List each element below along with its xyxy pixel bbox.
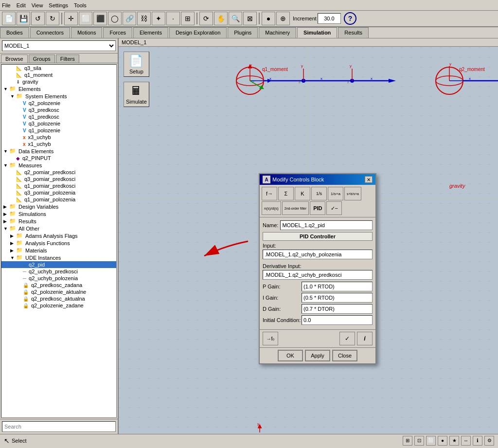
- tree-item-measures[interactable]: ▼📁Measures: [1, 161, 116, 169]
- toolbar-fit[interactable]: ⊠: [243, 12, 257, 25]
- tree-item-q2_pinput[interactable]: ◆q2_PINPUT: [1, 155, 116, 161]
- tree-item-data-elements[interactable]: ▼📁Data Elements: [1, 147, 116, 155]
- tree-item-x1_uchyb[interactable]: xx1_uchyb: [1, 141, 116, 147]
- canvas-area[interactable]: MODEL_1: [119, 38, 498, 434]
- tab-simulation[interactable]: Simulation: [297, 27, 337, 38]
- browse-tab-browse[interactable]: Browse: [1, 54, 28, 63]
- tab-motions[interactable]: Motions: [71, 27, 103, 38]
- tree-item-q3_sila[interactable]: 📐q3_sila: [1, 65, 116, 72]
- toolbar-save[interactable]: 💾: [17, 12, 30, 25]
- toolbar-box[interactable]: ⬜: [79, 12, 92, 25]
- tree-item-gravity[interactable]: ⬇gravity: [1, 78, 116, 85]
- dialog-ok-button[interactable]: OK: [278, 350, 303, 361]
- toolbar-marker[interactable]: ✦: [152, 12, 165, 25]
- tree-item-adams-analysis-flags[interactable]: ▶📁Adams Analysis Flags: [1, 232, 116, 239]
- i-gain-input[interactable]: [302, 293, 373, 303]
- action-btn-ok-small[interactable]: ✓: [339, 332, 355, 345]
- status-icon-1[interactable]: ⊞: [403, 436, 412, 446]
- tree-item-q2_predkosc_aktualna[interactable]: 🔒q2_predkosc_aktualna: [1, 295, 116, 302]
- toolbar-link[interactable]: 🔗: [123, 12, 136, 25]
- tree-item-simulations[interactable]: ▶📁Simulations: [1, 210, 116, 217]
- menu-file[interactable]: File: [2, 2, 11, 8]
- setup-button[interactable]: 📄 Setup: [124, 52, 149, 77]
- dlg-btn-2nd-order[interactable]: 2nd-order filter: [282, 201, 309, 215]
- tree-item-q2_pid[interactable]: ─q2_pid: [1, 261, 116, 268]
- dlg-btn-transfer[interactable]: n(s)/d(s): [262, 201, 281, 215]
- tab-machinery[interactable]: Machinery: [259, 27, 296, 38]
- tree-item-q1_pomiar_predkosci[interactable]: 📐q1_pomiar_predkosci: [1, 182, 116, 189]
- tree-item-analysis-functions[interactable]: ▶📁Analysis Functions: [1, 239, 116, 247]
- action-btn-info[interactable]: i: [357, 332, 373, 345]
- tree-item-q3_predkosc[interactable]: Vq3_predkosc: [1, 107, 116, 113]
- simulate-button[interactable]: 🖩 Simulate: [124, 82, 149, 107]
- tab-plugins[interactable]: Plugins: [228, 27, 258, 38]
- toolbar-dynamics[interactable]: ●: [262, 12, 275, 25]
- dlg-btn-comparator[interactable]: ✓−: [326, 201, 342, 215]
- dlg-btn-sum[interactable]: Σ: [278, 187, 294, 200]
- dlg-btn-lead-lag[interactable]: s+b/s+a: [344, 187, 361, 200]
- toolbar-grid[interactable]: ⊞: [181, 12, 195, 25]
- dlg-btn-lag[interactable]: 1/s+a: [328, 187, 343, 200]
- toolbar-select[interactable]: ✛: [64, 12, 78, 25]
- derivative-input[interactable]: [263, 270, 373, 280]
- tab-elements[interactable]: Elements: [133, 27, 168, 38]
- dialog-close-button[interactable]: Close: [332, 350, 357, 361]
- menu-tools[interactable]: Tools: [74, 2, 87, 8]
- dlg-btn-integrator[interactable]: 1/s: [311, 187, 327, 200]
- tree-item-q3_pomiar_predkosci[interactable]: 📐q3_pomiar_predkosci: [1, 176, 116, 182]
- tree-item-elements[interactable]: ▼📁Elements: [1, 85, 116, 92]
- dlg-btn-gain[interactable]: K: [295, 187, 310, 200]
- dialog-close-button[interactable]: ✕: [365, 176, 373, 183]
- toolbar-point[interactable]: ·: [166, 12, 180, 25]
- toolbar-pan[interactable]: ✋: [214, 12, 228, 25]
- increment-input[interactable]: [318, 13, 341, 24]
- tab-bodies[interactable]: Bodies: [0, 27, 29, 38]
- tree-item-q2_uchyb_predkosci[interactable]: ─q2_uchyb_predkosci: [1, 268, 116, 275]
- tree-item-ude-instances[interactable]: ▼📁UDE Instances: [1, 254, 116, 261]
- toolbar-sphere[interactable]: ◯: [108, 12, 122, 25]
- browse-tab-filters[interactable]: Filters: [56, 54, 79, 63]
- tree-item-q1_predkosc[interactable]: Vq1_predkosc: [1, 113, 116, 120]
- tree-item-q3_polozenie[interactable]: Vq3_polozenie: [1, 120, 116, 127]
- toolbar-body-ref[interactable]: ⊕: [276, 12, 290, 25]
- tab-connectors[interactable]: Connectors: [30, 27, 70, 38]
- tree-item-q2_polozenie[interactable]: Vq2_polozenie: [1, 100, 116, 107]
- dlg-btn-function[interactable]: f→: [262, 187, 277, 200]
- toolbar-undo[interactable]: ↺: [31, 12, 45, 25]
- tree-item-all-other[interactable]: ▼📁All Other: [1, 225, 116, 232]
- tab-results[interactable]: Results: [338, 27, 369, 38]
- model-select-dropdown[interactable]: MODEL_1: [2, 40, 116, 51]
- tree-item-q2_predkosc_zadana[interactable]: 🔒q2_predkosc_zadana: [1, 282, 116, 288]
- tree-item-q2_polozenie_aktualne[interactable]: 🔒q2_polozenie_aktualne: [1, 288, 116, 295]
- toolbar-zoom[interactable]: 🔍: [229, 12, 242, 25]
- tree-item-materials[interactable]: ▶📁Materials: [1, 247, 116, 254]
- dialog-title-bar[interactable]: A Modify Controls Block ✕: [260, 174, 375, 185]
- status-icon-3[interactable]: ⬜: [426, 436, 436, 446]
- help-button[interactable]: ?: [344, 12, 356, 25]
- search-input[interactable]: [2, 421, 116, 432]
- tree-item-q1_moment[interactable]: 📐q1_moment: [1, 72, 116, 78]
- dialog-apply-button[interactable]: Apply: [305, 350, 330, 361]
- status-icon-2[interactable]: ⊡: [414, 436, 424, 446]
- tree-item-q1_polozenie[interactable]: Vq1_polozenie: [1, 127, 116, 134]
- menu-settings[interactable]: Settings: [49, 2, 68, 8]
- status-icon-settings[interactable]: ⚙: [484, 436, 494, 446]
- tree-item-q2_pomiar_predkosci[interactable]: 📐q2_pomiar_predkosci: [1, 169, 116, 176]
- toolbar-cylinder[interactable]: ⬛: [93, 12, 107, 25]
- tree-item-system-elements[interactable]: ▼📁System Elements: [1, 92, 116, 100]
- toolbar-redo[interactable]: ↻: [46, 12, 59, 25]
- tree-item-x3_uchyb[interactable]: xx3_uchyb: [1, 134, 116, 141]
- status-icon-5[interactable]: ★: [449, 436, 459, 446]
- status-icon-info[interactable]: ℹ: [473, 436, 482, 446]
- p-gain-input[interactable]: [302, 282, 373, 291]
- tree-item-q1_pomiar_polozenia[interactable]: 📐q1_pomiar_polozenia: [1, 196, 116, 203]
- initial-condition-input[interactable]: [302, 315, 373, 325]
- status-icon-4[interactable]: ●: [438, 436, 447, 446]
- tree-item-results[interactable]: ▶📁Results: [1, 217, 116, 225]
- action-btn-initial[interactable]: →f₀: [263, 332, 278, 345]
- toolbar-rotate[interactable]: ⟳: [199, 12, 213, 25]
- tree-item-design-variables[interactable]: ▶📁Design Variables: [1, 203, 116, 210]
- toolbar-new[interactable]: 📄: [2, 12, 16, 25]
- status-icon-6[interactable]: ↔: [461, 436, 471, 446]
- tab-design-exploration[interactable]: Design Exploration: [169, 27, 227, 38]
